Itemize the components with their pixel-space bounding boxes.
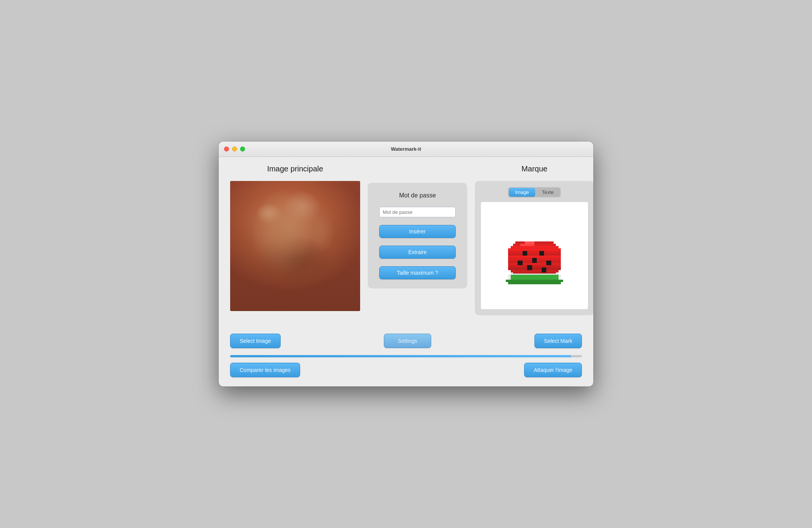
svg-rect-0	[508, 280, 561, 285]
lena-image	[230, 181, 360, 311]
svg-rect-25	[546, 261, 551, 266]
progress-bar	[230, 355, 582, 357]
minimize-button[interactable]	[232, 147, 237, 152]
titlebar: Watermark-it	[219, 142, 593, 157]
settings-button[interactable]: Settings	[384, 334, 432, 348]
svg-rect-24	[532, 258, 537, 263]
svg-rect-21	[523, 251, 528, 256]
svg-rect-28	[525, 241, 534, 244]
watermelon-image	[496, 217, 573, 294]
right-panel-title: Marque	[521, 165, 547, 173]
window-title: Watermark-it	[391, 146, 421, 152]
attack-image-button[interactable]: Attaquer l'image	[524, 363, 582, 377]
svg-rect-26	[527, 265, 532, 270]
select-buttons-row: Select Image Settings Select Mark	[230, 334, 582, 348]
svg-rect-23	[518, 261, 523, 266]
tab-image[interactable]: Image	[509, 188, 535, 197]
main-window: Watermark-it Image principale Mot de pas…	[219, 142, 593, 386]
close-button[interactable]	[224, 147, 229, 152]
password-input[interactable]	[379, 207, 456, 217]
progress-bar-fill	[230, 355, 571, 357]
svg-rect-11	[508, 251, 561, 253]
svg-rect-18	[508, 267, 561, 270]
insert-button[interactable]: Insérer	[379, 225, 456, 238]
content-area: Image principale Mot de passe Insérer Ex…	[219, 157, 593, 386]
mark-preview	[481, 202, 588, 309]
select-image-button[interactable]: Select Image	[230, 334, 281, 348]
right-panel: Marque Image Texte	[475, 165, 593, 315]
center-panel: Mot de passe Insérer Extraire Taille max…	[368, 165, 467, 288]
main-row: Image principale Mot de passe Insérer Ex…	[230, 165, 582, 326]
left-panel-title: Image principale	[267, 165, 323, 173]
extract-button[interactable]: Extraire	[379, 246, 456, 259]
window-controls	[224, 147, 245, 152]
svg-rect-13	[508, 256, 561, 258]
password-label: Mot de passe	[399, 192, 436, 199]
svg-rect-3	[559, 280, 564, 282]
compare-images-button[interactable]: Comparer les images	[230, 363, 300, 377]
maximize-button[interactable]	[240, 147, 245, 152]
svg-rect-10	[508, 248, 561, 251]
svg-rect-19	[511, 270, 559, 272]
svg-rect-29	[520, 244, 535, 246]
svg-rect-9	[511, 246, 559, 248]
svg-rect-27	[542, 267, 547, 272]
svg-rect-20	[513, 272, 556, 274]
bottom-row: Select Image Settings Select Mark Compar…	[230, 334, 582, 377]
svg-rect-2	[506, 280, 511, 282]
svg-rect-17	[508, 265, 561, 267]
tab-group: Image Texte	[508, 187, 560, 197]
marque-box: Image Texte	[475, 181, 593, 315]
svg-rect-16	[508, 263, 561, 265]
controls-box: Mot de passe Insérer Extraire Taille max…	[368, 183, 467, 288]
svg-rect-1	[511, 275, 559, 280]
svg-rect-5	[508, 275, 510, 280]
svg-rect-12	[508, 253, 561, 256]
svg-rect-6	[559, 275, 561, 280]
tab-text[interactable]: Texte	[536, 188, 560, 197]
svg-rect-22	[539, 251, 544, 256]
max-size-button[interactable]: Taille maximum ?	[379, 266, 456, 279]
main-image-preview	[230, 181, 360, 311]
select-mark-button[interactable]: Select Mark	[534, 334, 582, 348]
left-panel: Image principale	[230, 165, 360, 311]
bottom-buttons-row: Comparer les images Attaquer l'image	[230, 363, 582, 377]
